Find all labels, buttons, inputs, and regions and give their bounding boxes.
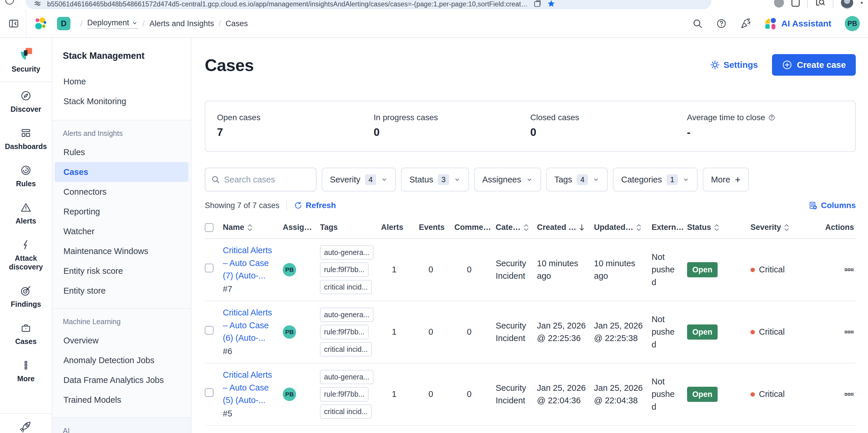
row-actions-icon[interactable]	[844, 265, 854, 275]
browser-url-bar[interactable]: b55061d46166465bd48b548661572d474d5-cent…	[26, 0, 712, 9]
side-panel-search-icon[interactable]	[815, 0, 825, 7]
case-name-link[interactable]: Critical Alerts – Auto Case (6) (Auto-..…	[223, 306, 279, 344]
columns-button[interactable]: Columns	[809, 201, 856, 210]
column-header-created[interactable]: Created …	[537, 223, 594, 232]
column-header-updated[interactable]: Updated…	[594, 223, 652, 232]
assignee-avatar[interactable]: PB	[283, 325, 296, 339]
status-badge[interactable]: Open	[687, 324, 718, 340]
user-avatar[interactable]: PB	[845, 16, 860, 31]
sidebar-item-entity-store[interactable]: Entity store	[55, 281, 188, 301]
whats-new-icon[interactable]	[740, 18, 751, 29]
rules-icon	[20, 165, 31, 176]
browser-profile-avatar[interactable]	[841, 0, 853, 9]
column-header-status[interactable]: Status	[687, 223, 750, 232]
search-icon[interactable]	[692, 18, 703, 29]
browser-menu-icon[interactable]	[861, 2, 863, 4]
sidebar-item-overview[interactable]: Overview	[55, 331, 188, 350]
row-actions-icon[interactable]	[844, 327, 854, 337]
filter-more-button[interactable]: More +	[703, 167, 749, 191]
row-checkbox[interactable]	[205, 326, 214, 335]
filter-severity-button[interactable]: Severity 4	[322, 167, 396, 191]
search-cases-box[interactable]	[205, 167, 316, 191]
tag-pill[interactable]: critical incid...	[320, 280, 372, 295]
reload-icon[interactable]	[5, 0, 14, 5]
nav-rail-dashboards[interactable]: Dashboards	[0, 127, 52, 151]
extension-icon[interactable]	[774, 0, 784, 7]
tags-cell: auto-genera...rule:f9f7bb...critical inc…	[320, 308, 381, 357]
filter-tags-button[interactable]: Tags 4	[546, 167, 608, 191]
tag-pill[interactable]: auto-genera...	[320, 370, 373, 384]
filter-status-button[interactable]: Status 3	[401, 167, 469, 191]
help-icon[interactable]	[768, 114, 775, 121]
tag-pill[interactable]: auto-genera...	[320, 245, 373, 260]
row-actions-icon[interactable]	[844, 389, 854, 399]
browser-tab-icon[interactable]	[792, 0, 800, 7]
nav-rail-more[interactable]: More	[0, 360, 52, 383]
deployment-badge[interactable]: D	[57, 17, 70, 30]
sidebar-item-stack-monitoring[interactable]: Stack Monitoring	[55, 91, 188, 111]
filter-categories-button[interactable]: Categories 1	[613, 167, 698, 191]
alerts-count: 1	[381, 264, 419, 276]
nav-rail-attack-discovery[interactable]: Attack discovery	[0, 239, 52, 271]
row-checkbox[interactable]	[205, 388, 214, 397]
tag-pill[interactable]: rule:f9f7bb...	[320, 262, 369, 277]
nav-rail-discover[interactable]: Discover	[0, 90, 52, 114]
sidebar-item-trained-models[interactable]: Trained Models	[55, 390, 188, 410]
sidebar-item-data-frame-analytics-jobs[interactable]: Data Frame Analytics Jobs	[55, 370, 188, 390]
status-badge[interactable]: Open	[687, 262, 718, 278]
sidebar-item-cases[interactable]: Cases	[55, 162, 188, 182]
stat-value: 7	[217, 126, 374, 138]
site-info-icon[interactable]	[33, 0, 42, 8]
tag-pill[interactable]: critical incid...	[320, 342, 372, 357]
tag-pill[interactable]: rule:f9f7bb...	[320, 387, 369, 402]
nav-rail-security[interactable]: Security	[0, 47, 52, 73]
case-id: #6	[223, 345, 278, 358]
nav-rail-alerts[interactable]: Alerts	[0, 202, 52, 225]
tag-pill[interactable]: auto-genera...	[320, 308, 373, 322]
assignee-avatar[interactable]: PB	[283, 263, 296, 276]
sidebar-item-connectors[interactable]: Connectors	[55, 182, 188, 202]
breadcrumb-alerts-insights[interactable]: Alerts and Insights	[150, 19, 214, 28]
breadcrumb-deployment[interactable]: Deployment	[87, 18, 138, 29]
sidebar-item-entity-risk-score[interactable]: Entity risk score	[55, 261, 188, 281]
refresh-button[interactable]: Refresh	[294, 201, 336, 210]
tag-pill[interactable]: rule:f9f7bb...	[320, 325, 369, 339]
filter-assignees-button[interactable]: Assignees	[474, 167, 541, 191]
sidebar-item-reporting[interactable]: Reporting	[55, 202, 188, 221]
sidebar-item-watcher[interactable]: Watcher	[55, 221, 188, 241]
row-checkbox[interactable]	[205, 264, 214, 272]
search-cases-input[interactable]	[224, 175, 310, 185]
status-badge[interactable]: Open	[687, 387, 718, 402]
ai-assistant-button[interactable]: AI Assistant	[765, 18, 831, 30]
stat-average-time-to-close: Average time to close -	[687, 113, 844, 138]
sort-icon	[523, 224, 529, 231]
settings-button[interactable]: Settings	[710, 60, 758, 70]
tag-pill[interactable]: critical incid...	[320, 404, 372, 419]
rocket-icon[interactable]	[20, 420, 32, 432]
sidebar-item-home[interactable]: Home	[55, 71, 188, 91]
column-header-name[interactable]: Name	[223, 223, 283, 232]
urlbar-action-icon[interactable]	[533, 0, 541, 8]
column-header-category[interactable]: Cate…	[496, 223, 537, 232]
assignee-avatar[interactable]: PB	[283, 388, 296, 401]
sidebar-item-anomaly-detection-jobs[interactable]: Anomaly Detection Jobs	[55, 350, 188, 370]
case-name-link[interactable]: Critical Alerts – Auto Case (5) (Auto-..…	[223, 369, 279, 407]
case-name-link[interactable]: Critical Alerts – Auto Case (7) (Auto-..…	[223, 244, 279, 282]
select-all-checkbox[interactable]	[205, 223, 214, 232]
create-case-button[interactable]: Create case	[772, 54, 856, 76]
nav-rail-label: Security	[12, 65, 40, 73]
column-header-severity[interactable]: Severity	[750, 223, 822, 232]
collapse-nav-icon[interactable]	[8, 18, 19, 29]
alerts-count: 1	[381, 326, 419, 338]
column-header-label: Tags	[320, 223, 338, 232]
nav-rail-findings[interactable]: Findings	[0, 285, 52, 308]
bookmark-star-icon[interactable]	[547, 0, 556, 8]
stat-value: -	[687, 126, 844, 138]
help-icon[interactable]	[716, 18, 726, 29]
sidebar-item-rules[interactable]: Rules	[55, 142, 188, 162]
elastic-logo[interactable]	[34, 17, 47, 30]
sidebar-item-maintenance-windows[interactable]: Maintenance Windows	[55, 241, 188, 261]
nav-rail-cases[interactable]: Cases	[0, 322, 52, 346]
nav-rail-rules[interactable]: Rules	[0, 165, 52, 188]
url-text[interactable]: b55061d46166465bd48b548661572d474d5-cent…	[47, 0, 528, 8]
